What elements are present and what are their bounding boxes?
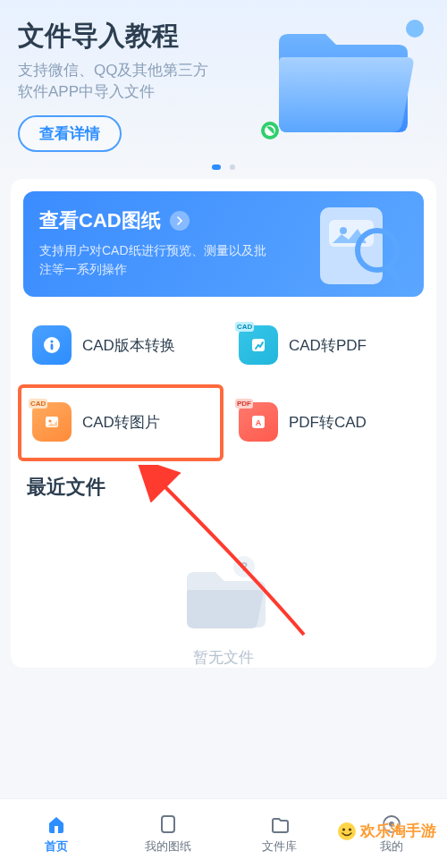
svg-point-24 — [349, 828, 351, 830]
view-details-button[interactable]: 查看详情 — [18, 115, 122, 152]
watermark-icon — [337, 822, 357, 841]
info-icon — [32, 325, 72, 365]
svg-text:A: A — [256, 418, 262, 427]
empty-folder-icon: ? — [174, 554, 273, 635]
file-icon — [156, 813, 180, 836]
feature-cad-to-image[interactable]: CAD CAD转图片 — [23, 390, 217, 454]
empty-state: ? 暂无文件 — [23, 554, 424, 668]
watermark-text: 欢乐淘手游 — [360, 821, 436, 841]
feature-grid: CAD版本转换 CAD CAD转PDF CAD CAD转图片 PDF A PDF… — [23, 313, 424, 454]
svg-rect-10 — [51, 344, 54, 350]
feature-label: PDF转CAD — [289, 412, 367, 433]
folder-icon — [268, 813, 291, 836]
magnifier-illustration — [308, 202, 415, 291]
svg-rect-19 — [162, 816, 174, 832]
dot-active — [212, 164, 221, 170]
main-card: 查看CAD图纸 支持用户对CAD纸进行预览、测量以及批注等一系列操作 CAD版本… — [11, 179, 436, 668]
chevron-right-icon — [170, 211, 190, 231]
svg-point-23 — [342, 828, 345, 830]
svg-rect-7 — [384, 265, 403, 283]
carousel-dots — [0, 157, 447, 173]
tab-label: 首页 — [45, 839, 68, 855]
recent-files-title: 最近文件 — [27, 474, 424, 501]
view-cad-subtitle: 支持用户对CAD纸进行预览、测量以及批注等一系列操作 — [39, 241, 272, 279]
view-cad-title: 查看CAD图纸 — [39, 207, 161, 234]
cad-image-icon: CAD — [32, 402, 72, 442]
feature-label: CAD版本转换 — [82, 335, 175, 356]
svg-point-9 — [50, 340, 53, 342]
view-details-label: 查看详情 — [39, 123, 100, 144]
watermark: 欢乐淘手游 — [337, 821, 436, 841]
view-cad-card[interactable]: 查看CAD图纸 支持用户对CAD纸进行预览、测量以及批注等一系列操作 — [23, 191, 424, 297]
svg-text:?: ? — [240, 560, 249, 574]
tab-library[interactable]: 文件库 — [224, 799, 335, 868]
feature-label: CAD转图片 — [82, 412, 160, 433]
cad-pdf-icon: CAD — [239, 325, 278, 365]
home-icon — [45, 813, 68, 836]
folder-illustration — [256, 13, 434, 147]
feature-cad-to-pdf[interactable]: CAD CAD转PDF — [230, 313, 424, 377]
feature-pdf-to-cad[interactable]: PDF A PDF转CAD — [230, 390, 424, 454]
tab-label: 文件库 — [262, 839, 297, 855]
svg-point-13 — [48, 419, 51, 422]
tab-home[interactable]: 首页 — [0, 799, 112, 868]
hero-banner: 文件导入教程 支持微信、QQ及其他第三方软件APP中导入文件 查看详情 — [0, 0, 447, 179]
feature-label: CAD转PDF — [289, 335, 367, 356]
feature-cad-version[interactable]: CAD版本转换 — [23, 313, 217, 377]
empty-text: 暂无文件 — [193, 647, 254, 668]
tab-my-drawings[interactable]: 我的图纸 — [112, 799, 224, 868]
tab-label: 我的图纸 — [145, 839, 191, 855]
dot — [230, 164, 235, 170]
hero-subtitle: 支持微信、QQ及其他第三方软件APP中导入文件 — [18, 60, 224, 103]
svg-point-22 — [338, 822, 356, 840]
svg-rect-18 — [55, 826, 58, 833]
pdf-cad-icon: PDF A — [239, 402, 278, 442]
svg-point-5 — [340, 227, 347, 234]
svg-point-0 — [406, 20, 424, 38]
